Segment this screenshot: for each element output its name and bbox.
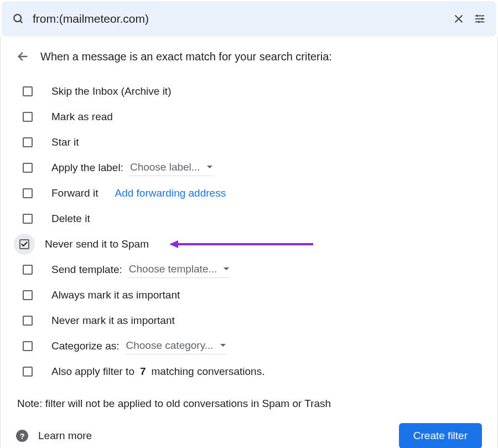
help-icon[interactable]: ? <box>16 430 28 442</box>
option-mark-read: Mark as read <box>17 104 482 130</box>
checkbox-mark-read[interactable] <box>23 112 33 122</box>
label-star: Star it <box>51 136 79 148</box>
option-star: Star it <box>17 130 482 155</box>
panel-title: When a message is an exact match for you… <box>40 50 332 63</box>
link-add-forwarding[interactable]: Add forwarding address <box>115 187 226 199</box>
checkbox-always-important[interactable] <box>23 290 33 300</box>
label-mark-read: Mark as read <box>51 111 113 123</box>
option-forward: Forward it Add forwarding address <box>17 181 482 206</box>
checkbox-also-apply[interactable] <box>23 367 33 377</box>
dropdown-send-template[interactable]: Choose template... <box>128 262 230 278</box>
label-forward: Forward it <box>51 187 98 199</box>
label-never-spam: Never send it to Spam <box>45 238 149 250</box>
option-skip-inbox: Skip the Inbox (Archive it) <box>17 79 482 104</box>
panel-footer: ? Learn more Create filter <box>16 423 482 448</box>
checkbox-apply-label[interactable] <box>23 163 33 173</box>
label-never-important: Never mark it as important <box>51 315 175 327</box>
label-categorize: Categorize as: <box>51 340 120 352</box>
svg-line-1 <box>20 20 22 23</box>
search-input[interactable] <box>33 12 444 25</box>
learn-more-section: ? Learn more <box>16 430 92 442</box>
dropdown-apply-label[interactable]: Choose label... <box>129 160 214 176</box>
checkbox-forward[interactable] <box>23 188 33 198</box>
checkbox-never-spam[interactable] <box>19 239 29 249</box>
option-categorize: Categorize as: Choose category... <box>17 333 482 359</box>
label-apply-label: Apply the label: <box>51 162 123 174</box>
checkbox-skip-inbox[interactable] <box>23 86 33 96</box>
label-always-important: Always mark it as important <box>51 289 180 301</box>
chevron-down-icon <box>220 344 226 347</box>
clear-icon[interactable] <box>452 12 465 25</box>
option-never-important: Never mark it as important <box>17 308 482 333</box>
panel-header: When a message is an exact match for you… <box>16 50 482 63</box>
checkbox-send-template[interactable] <box>23 265 33 275</box>
checkbox-delete[interactable] <box>23 214 33 224</box>
search-bar <box>2 1 496 37</box>
checkbox-star[interactable] <box>23 137 33 147</box>
label-delete: Delete it <box>51 213 90 225</box>
chevron-down-icon <box>207 166 212 168</box>
svg-point-0 <box>14 14 21 22</box>
svg-marker-12 <box>169 240 178 248</box>
option-delete: Delete it <box>17 206 482 231</box>
checkbox-categorize[interactable] <box>23 341 33 351</box>
label-send-template: Send template: <box>51 264 122 276</box>
option-apply-label: Apply the label: Choose label... <box>17 155 482 181</box>
option-always-important: Always mark it as important <box>17 282 482 308</box>
create-filter-button[interactable]: Create filter <box>399 423 482 448</box>
learn-more-link[interactable]: Learn more <box>38 430 92 442</box>
option-send-template: Send template: Choose template... <box>17 257 482 282</box>
filter-panel: When a message is an exact match for you… <box>0 37 498 448</box>
label-skip-inbox: Skip the Inbox (Archive it) <box>51 85 171 97</box>
option-never-spam: Never send it to Spam <box>17 231 482 257</box>
dropdown-categorize[interactable]: Choose category... <box>125 338 227 354</box>
label-also-apply: Also apply filter to 7 matching conversa… <box>51 365 264 378</box>
option-also-apply: Also apply filter to 7 matching conversa… <box>17 359 482 384</box>
search-icon[interactable] <box>12 12 25 25</box>
note-text: Note: filter will not be applied to old … <box>17 398 482 410</box>
checkbox-never-important[interactable] <box>23 316 33 326</box>
chevron-down-icon <box>224 267 229 270</box>
annotation-arrow-icon <box>169 239 313 250</box>
back-arrow-icon[interactable] <box>16 50 29 63</box>
tune-icon[interactable] <box>473 12 486 25</box>
